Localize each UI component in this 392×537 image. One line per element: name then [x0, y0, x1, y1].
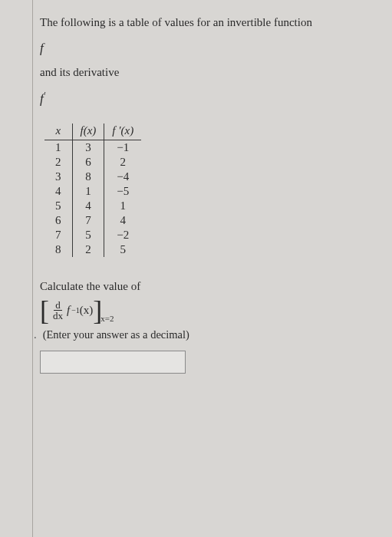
cell-fpx: 5: [104, 242, 141, 257]
table-row: 825: [44, 242, 141, 257]
cell-x: 2: [44, 155, 72, 170]
expr-arg: (x): [80, 304, 94, 317]
expression: [ d dx f−1(x) ] x=2: [40, 299, 377, 323]
frac-num: d: [54, 300, 62, 311]
table-row: 262: [44, 155, 141, 170]
expr-inv: −1: [71, 306, 80, 315]
cell-fpx: −2: [104, 228, 141, 242]
cell-x: 7: [44, 228, 72, 242]
col-fpx: f ′(x): [104, 124, 141, 140]
hint-text: .(Enter your answer as a decimal): [40, 328, 377, 341]
calc-prompt: Calculate the value of: [40, 280, 377, 293]
value-table: x f(x) f ′(x) 13−126238−441−554167475−28…: [44, 124, 141, 257]
answer-input[interactable]: [40, 351, 186, 374]
d-dx-fraction: d dx: [51, 300, 64, 321]
table-row: 75−2: [44, 228, 141, 242]
cell-x: 1: [44, 140, 72, 155]
eval-point: x=2: [100, 314, 114, 323]
cell-fx: 2: [72, 242, 104, 257]
table-row: 38−4: [44, 170, 141, 184]
cell-x: 8: [44, 242, 72, 257]
hint-inner: (Enter your answer as a decimal): [43, 328, 189, 341]
table-row: 674: [44, 213, 141, 228]
cell-fpx: 1: [104, 199, 141, 213]
function-symbol: f: [40, 41, 377, 56]
table-row: 541: [44, 199, 141, 213]
cell-fpx: −5: [104, 184, 141, 199]
cell-fx: 5: [72, 228, 104, 242]
deriv-prime: ′: [44, 90, 45, 99]
derivative-symbol: f′: [40, 90, 377, 107]
cell-fpx: −4: [104, 170, 141, 184]
cell-fpx: 4: [104, 213, 141, 228]
cell-x: 6: [44, 213, 72, 228]
cell-fx: 4: [72, 199, 104, 213]
cell-fpx: −1: [104, 140, 141, 155]
cell-x: 3: [44, 170, 72, 184]
cell-fx: 7: [72, 213, 104, 228]
expr-f: f: [67, 304, 70, 317]
table-row: 13−1: [44, 140, 141, 155]
left-bracket: [: [40, 299, 49, 323]
derivative-text: and its derivative: [40, 64, 377, 81]
table-row: 41−5: [44, 184, 141, 199]
col-fx: f(x): [72, 124, 104, 140]
cell-fx: 3: [72, 140, 104, 155]
cell-fpx: 2: [104, 155, 141, 170]
cell-fx: 1: [72, 184, 104, 199]
cell-x: 4: [44, 184, 72, 199]
col-x: x: [44, 124, 72, 140]
cell-fx: 6: [72, 155, 104, 170]
cell-x: 5: [44, 199, 72, 213]
intro-text: The following is a table of values for a…: [40, 14, 377, 31]
frac-den: dx: [51, 311, 64, 321]
cell-fx: 8: [72, 170, 104, 184]
